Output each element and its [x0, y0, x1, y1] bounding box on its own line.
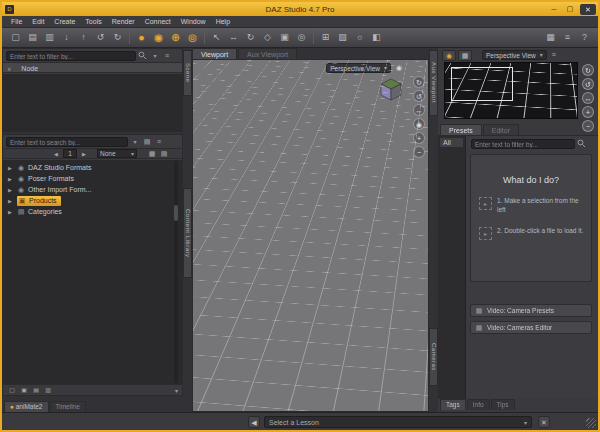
tab-timeline[interactable]: Timeline — [50, 401, 86, 412]
translate-tool-icon[interactable]: ↔ — [226, 30, 241, 45]
tab-presets[interactable]: Presets — [440, 124, 482, 135]
pane-menu-icon[interactable]: ≡ — [154, 137, 164, 147]
undo-icon[interactable]: ↺ — [93, 30, 108, 45]
view-cube[interactable] — [378, 76, 404, 102]
aux-viewport-preview[interactable] — [444, 62, 578, 119]
aux-camera-selector[interactable]: Perspective View ▾ — [482, 50, 547, 60]
zoom-out-control-icon[interactable]: − — [413, 146, 425, 158]
menu-window[interactable]: Window — [176, 16, 211, 27]
scene-tree[interactable] — [3, 74, 182, 131]
list-item[interactable]: ▶ ▤ Categories — [3, 206, 182, 217]
save-scene-icon[interactable]: ▥ — [42, 30, 57, 45]
content-search-input[interactable] — [6, 137, 128, 147]
twirl-icon[interactable]: ▶ — [8, 176, 14, 182]
page-number[interactable]: 1 — [63, 149, 77, 158]
side-tab-aux-viewport[interactable]: Aux Viewport — [429, 50, 438, 116]
scrollbar[interactable] — [174, 161, 178, 383]
menu-connect[interactable]: Connect — [140, 16, 176, 27]
options-icon[interactable]: ▥ — [43, 385, 53, 395]
resize-grip[interactable] — [586, 418, 596, 428]
folder-icon[interactable]: ▤ — [142, 137, 152, 147]
lesson-dropdown[interactable]: Select a Lesson ▾ — [264, 416, 532, 428]
zoom-in-control-icon[interactable]: + — [413, 132, 425, 144]
window-menu-icon[interactable]: ▦ — [543, 30, 558, 45]
list-view-icon[interactable]: ▦ — [147, 149, 157, 159]
scene-filter-input[interactable] — [6, 51, 136, 61]
node-scale-tool-icon[interactable]: ◎ — [185, 30, 200, 45]
render-icon[interactable]: ▨ — [335, 30, 350, 45]
node-rotate-tool-icon[interactable]: ◉ — [151, 30, 166, 45]
new-scene-icon[interactable]: ▢ — [8, 30, 23, 45]
pane-menu-icon[interactable]: ≡ — [549, 50, 559, 60]
pan-control-icon[interactable]: ↔ — [582, 92, 594, 104]
ipr-toggle-icon[interactable]: ◉ — [442, 50, 456, 61]
frame-view-icon[interactable]: ▣ — [277, 30, 292, 45]
scene-navigator-icon[interactable]: ⊞ — [318, 30, 333, 45]
draw-style-icon[interactable]: ▦ — [458, 50, 472, 61]
side-tab-cameras[interactable]: Cameras — [429, 328, 438, 386]
menu-tools[interactable]: Tools — [80, 16, 106, 27]
refresh-icon[interactable]: ▣ — [19, 385, 29, 395]
scale-tool-icon[interactable]: ◇ — [260, 30, 275, 45]
ui-options-icon[interactable]: ≡ — [560, 30, 575, 45]
pan-control-icon[interactable]: ↔ — [413, 104, 425, 116]
menu-help[interactable]: Help — [211, 16, 235, 27]
layout-icon[interactable]: ◧ — [369, 30, 384, 45]
next-page-icon[interactable]: ▶ — [79, 149, 89, 159]
twirl-icon[interactable]: ▶ — [8, 209, 14, 215]
twirl-icon[interactable]: ▶ — [8, 187, 14, 193]
menu-file[interactable]: File — [6, 16, 27, 27]
tab-viewport[interactable]: Viewport — [192, 48, 237, 59]
menu-render[interactable]: Render — [107, 16, 140, 27]
sort-dropdown[interactable]: None ▾ — [97, 149, 137, 158]
show-files-icon[interactable]: ▤ — [31, 385, 41, 395]
search-icon[interactable] — [138, 51, 148, 61]
close-button[interactable]: ✕ — [580, 4, 596, 15]
prev-page-icon[interactable]: ◀ — [51, 149, 61, 159]
add-folder-icon[interactable]: ▢ — [7, 385, 17, 395]
open-scene-icon[interactable]: ▤ — [25, 30, 40, 45]
redo-icon[interactable]: ↻ — [110, 30, 125, 45]
video-cameras-editor-button[interactable]: ▦ Video: Cameras Editor — [470, 321, 592, 334]
tab-info[interactable]: Info — [467, 399, 490, 410]
camera-selector[interactable]: Perspective View ▾ — [326, 63, 391, 73]
render-settings-icon[interactable]: ☼ — [352, 30, 367, 45]
list-item[interactable]: ▶ ◉ Poser Formats — [3, 173, 182, 184]
tab-aux-viewport[interactable]: Aux Viewport — [238, 48, 297, 59]
viewport-canvas[interactable]: Perspective View ▾ ◉ ↻ ↺ ↔ ◉ + − — [192, 59, 429, 412]
category-all[interactable]: All — [440, 138, 463, 147]
active-pose-tool-icon[interactable]: ↖ — [209, 30, 224, 45]
aim-view-icon[interactable]: ◎ — [294, 30, 309, 45]
dolly-control-icon[interactable]: ◉ — [413, 118, 425, 130]
list-item-products[interactable]: ▶ ▣ Products — [3, 195, 182, 206]
list-item[interactable]: ▶ ◉ DAZ Studio Formats — [3, 162, 182, 173]
prev-lesson-button[interactable]: ◀ — [248, 416, 260, 428]
import-icon[interactable]: ↓ — [59, 30, 74, 45]
presets-filter-input[interactable] — [471, 139, 575, 149]
bank-control-icon[interactable]: ↺ — [582, 78, 594, 90]
help-icon[interactable]: ? — [577, 30, 592, 45]
side-tab-scene[interactable]: Scene — [183, 50, 192, 96]
scrollbar-thumb[interactable] — [174, 205, 178, 221]
expand-all-icon[interactable]: ∨ — [7, 66, 11, 72]
chevron-down-icon[interactable]: ▾ — [175, 387, 178, 394]
side-tab-content-library[interactable]: Content Library — [183, 188, 192, 278]
rotate-tool-icon[interactable]: ↻ — [243, 30, 258, 45]
export-icon[interactable]: ↑ — [76, 30, 91, 45]
video-camera-presets-button[interactable]: ▦ Video: Camera Presets — [470, 304, 592, 317]
maximize-button[interactable]: ▢ — [564, 5, 576, 13]
list-item[interactable]: ▶ ◉ Other Import Form... — [3, 184, 182, 195]
twirl-icon[interactable]: ▶ — [8, 198, 14, 204]
draw-style-icon[interactable]: ◉ — [394, 63, 404, 73]
node-translate-tool-icon[interactable]: ⊕ — [168, 30, 183, 45]
twirl-icon[interactable]: ▶ — [8, 165, 14, 171]
orbit-control-icon[interactable]: ↻ — [413, 76, 425, 88]
menu-edit[interactable]: Edit — [27, 16, 49, 27]
tab-tags[interactable]: Tags — [440, 399, 466, 410]
close-lesson-button[interactable]: ✕ — [538, 416, 550, 428]
chevron-down-icon[interactable]: ▾ — [150, 51, 160, 61]
node-selection-tool-icon[interactable]: ● — [134, 30, 149, 45]
tab-animate2[interactable]: ● aniMate2 — [4, 401, 49, 412]
search-icon[interactable] — [577, 139, 587, 149]
pane-menu-icon[interactable]: ≡ — [162, 51, 172, 61]
